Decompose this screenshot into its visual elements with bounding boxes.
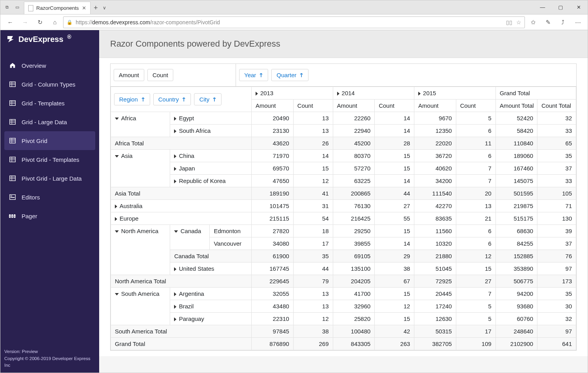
field-quarter[interactable]: Quarter — [271, 69, 309, 81]
measure-header: Amount — [252, 100, 294, 112]
nav-home-icon[interactable]: ⌂ — [48, 16, 62, 29]
region-cell[interactable]: Australia — [111, 200, 252, 212]
nav-refresh-icon[interactable]: ↻ — [33, 16, 47, 29]
nav-back-icon[interactable]: ← — [4, 16, 17, 29]
data-cell: 382705 — [414, 338, 456, 350]
country-cell[interactable]: Republic of Korea — [170, 175, 252, 187]
data-cell: 6 — [456, 237, 495, 250]
table-row: United States167745441351003851045153538… — [111, 263, 576, 275]
window-maximize-icon[interactable]: ▢ — [552, 0, 570, 14]
data-cell: 12 — [293, 175, 333, 187]
sort-asc-icon — [259, 72, 263, 78]
table-row: North AmericaCanadaEdmonton2782018292501… — [111, 225, 576, 237]
pivot-column-field-area: Year Quarter — [236, 64, 576, 86]
tab-actions-icon[interactable]: ⧉ — [3, 3, 11, 12]
table-row: Paraguay223101225820151263056076032 — [111, 313, 576, 325]
data-cell: 35 — [537, 150, 576, 162]
data-cell: 109 — [456, 338, 495, 350]
year-header-2013[interactable]: 2013 — [252, 87, 333, 100]
notes-icon[interactable]: ✎ — [541, 16, 555, 29]
data-cell: 15 — [375, 225, 414, 237]
country-cell[interactable]: Canada — [170, 225, 210, 250]
data-cell: 51045 — [414, 263, 456, 275]
window-close-icon[interactable]: ✕ — [570, 0, 588, 14]
data-cell: 13 — [293, 300, 333, 313]
sidebar-item-pivot-grid[interactable]: Pivot Grid — [4, 131, 95, 150]
tab-preview-icon[interactable]: ▭ — [13, 3, 22, 12]
region-cell[interactable]: Africa — [111, 112, 170, 137]
field-year[interactable]: Year — [239, 69, 268, 81]
year-header-2014[interactable]: 2014 — [333, 87, 414, 100]
region-cell[interactable]: South America — [111, 288, 170, 325]
expand-icon — [174, 117, 176, 121]
new-tab-icon[interactable]: + — [94, 4, 98, 12]
reading-view-icon[interactable]: ▯▯ — [506, 19, 512, 25]
field-country[interactable]: Country — [153, 93, 191, 105]
total-header: Count Total — [537, 100, 576, 112]
data-cell: 15 — [375, 288, 414, 300]
data-cell: 32960 — [333, 300, 375, 313]
country-cell[interactable]: United States — [170, 263, 252, 275]
table-row: Europe21511554216425558363521515175130 — [111, 212, 576, 225]
country-cell[interactable]: China — [170, 150, 252, 162]
browser-tab[interactable]: RazorComponents ✕ — [24, 2, 91, 14]
data-cell: 42 — [375, 325, 414, 338]
address-bar[interactable]: 🔒 https://demos.devexpress.com/razor-com… — [63, 16, 525, 28]
expand-icon — [115, 205, 117, 208]
field-count[interactable]: Count — [147, 69, 173, 81]
field-city[interactable]: City — [194, 93, 221, 105]
share-icon[interactable]: ⤴ — [556, 16, 570, 29]
data-cell: 12 — [293, 313, 333, 325]
data-cell: 61900 — [252, 250, 294, 263]
sidebar-item-overview[interactable]: Overview — [4, 56, 95, 75]
expand-icon — [174, 154, 176, 158]
sidebar-item-grid-column-types[interactable]: Grid - Column Types — [4, 75, 95, 94]
data-cell: 189060 — [495, 150, 537, 162]
favorite-icon[interactable]: ☆ — [516, 19, 521, 25]
data-cell: 189190 — [252, 187, 294, 200]
data-cell: 5 — [456, 300, 495, 313]
country-cell[interactable]: South Africa — [170, 125, 252, 137]
nav-forward-icon[interactable]: → — [18, 16, 32, 29]
collapse-icon — [174, 230, 178, 233]
sidebar-item-editors[interactable]: Editors — [4, 188, 95, 206]
data-cell: 22940 — [333, 125, 375, 137]
country-cell[interactable]: Argentina — [170, 288, 252, 300]
data-cell: 43620 — [252, 137, 294, 150]
country-cell[interactable]: Japan — [170, 162, 252, 175]
field-amount[interactable]: Amount — [114, 69, 144, 81]
sidebar-item-pivot-grid-large-data[interactable]: Pivot Grid - Large Data — [4, 169, 95, 188]
data-cell: 110840 — [495, 137, 537, 150]
expand-icon — [174, 305, 176, 309]
region-cell[interactable]: Europe — [111, 212, 252, 225]
country-cell[interactable]: Brazil — [170, 300, 252, 313]
data-cell: 6 — [456, 150, 495, 162]
window-minimize-icon[interactable]: — — [534, 0, 552, 14]
table-row: AsiaChina7197014803701536720618906035 — [111, 150, 576, 162]
data-cell: 69570 — [252, 162, 294, 175]
data-cell: 76 — [537, 250, 576, 263]
sidebar-item-pivot-grid-templates[interactable]: Pivot Grid - Templates — [4, 150, 95, 169]
field-region[interactable]: Region — [114, 93, 150, 105]
year-header-2015[interactable]: 2015 — [414, 87, 496, 100]
region-cell[interactable]: North America — [111, 225, 170, 275]
data-cell: 36720 — [414, 150, 456, 162]
sidebar-item-grid-large-data[interactable]: Grid - Large Data — [4, 112, 95, 131]
data-cell: 105 — [537, 187, 576, 200]
grand-total-header: Grand Total — [495, 87, 576, 100]
data-cell: 14 — [293, 150, 333, 162]
sidebar-item-grid-templates[interactable]: Grid - Templates — [4, 94, 95, 112]
close-tab-icon[interactable]: ✕ — [82, 5, 86, 11]
data-cell: 94200 — [495, 288, 537, 300]
settings-icon[interactable]: ⋯ — [571, 16, 584, 29]
country-cell[interactable]: Egypt — [170, 112, 252, 125]
favorites-hub-icon[interactable]: ✩ — [526, 16, 540, 29]
sidebar-item-pager[interactable]: 123Pager — [4, 206, 95, 225]
row-total-label: Africa Total — [111, 137, 252, 150]
data-cell: 21 — [456, 212, 495, 225]
country-cell[interactable]: Paraguay — [170, 313, 252, 325]
data-cell: 84255 — [495, 237, 537, 250]
region-cell[interactable]: Asia — [111, 150, 170, 187]
tab-overflow-icon[interactable]: ∨ — [103, 5, 106, 11]
data-cell: 5 — [456, 313, 495, 325]
